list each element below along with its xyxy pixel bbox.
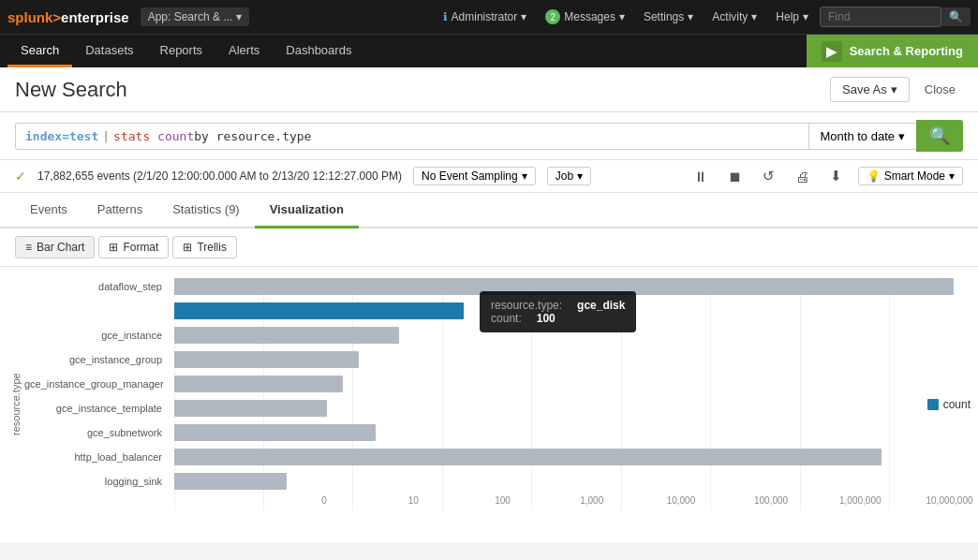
- x-tick: 0: [321, 495, 327, 506]
- app-switcher-button[interactable]: App: Search & ... ▾: [141, 7, 250, 26]
- main-content: resource.type: [0, 267, 978, 560]
- tab-datasets[interactable]: Datasets: [72, 35, 146, 67]
- bar-fill-highlighted: [174, 302, 464, 319]
- x-tick: 10: [408, 495, 419, 506]
- search-go-button[interactable]: 🔍: [916, 120, 963, 152]
- bar-fill: [174, 400, 327, 417]
- bar-row: gce_instance_group_manager: [174, 374, 978, 394]
- bar-row: gce_subnetwork: [174, 422, 978, 443]
- refresh-button[interactable]: ↺: [758, 166, 779, 186]
- activity-button[interactable]: Activity ▾: [704, 7, 764, 26]
- page-header: New Search Save As ▾ Close: [0, 67, 978, 112]
- tab-visualization[interactable]: Visualization: [255, 193, 359, 228]
- bar-track: [174, 449, 978, 465]
- tooltip-key1: resource.type:: [491, 299, 562, 312]
- find-search-icon[interactable]: 🔍: [941, 7, 971, 26]
- search-go-icon: 🔍: [929, 125, 950, 146]
- legend-color: [927, 399, 939, 410]
- search-input-wrap[interactable]: index=test | stats count by resource.typ…: [15, 123, 808, 150]
- status-events-text: 17,882,655 events (2/1/20 12:00:00.000 A…: [37, 169, 402, 183]
- info-button[interactable]: ℹ Administrator ▾: [436, 7, 535, 26]
- search-reporting-icon: ▶: [822, 41, 842, 62]
- help-label: Help: [776, 10, 799, 23]
- x-tick: 10,000: [667, 495, 696, 506]
- tab-events[interactable]: Events: [15, 193, 82, 228]
- x-tick: 1,000: [580, 495, 603, 506]
- smart-mode-button[interactable]: 💡 Smart Mode ▾: [858, 167, 963, 185]
- bar-track: [174, 424, 978, 441]
- chart-inner: dataflow_step gce_disk reso: [24, 276, 978, 533]
- bar-chart-button[interactable]: ≡ Bar Chart: [15, 236, 95, 258]
- messages-badge: 2: [545, 9, 560, 24]
- app-label: App: Search & ...: [148, 10, 233, 23]
- bar-label: gce_instance: [24, 325, 170, 346]
- second-navbar: Search Datasets Reports Alerts Dashboard…: [0, 34, 978, 67]
- bar-fill: [174, 449, 882, 465]
- chevron-down-icon: ▾: [577, 169, 583, 183]
- search-bar-row: index=test | stats count by resource.typ…: [0, 112, 978, 160]
- x-axis: 0 10 100 1,000 10,000 100,000 1,000,000 …: [324, 495, 978, 510]
- bar-fill: [174, 327, 399, 344]
- bar-row: gce_disk resource.type: gce_disk count:: [174, 301, 978, 321]
- bar-track: [174, 376, 978, 392]
- messages-button[interactable]: 2 Messages ▾: [538, 7, 632, 27]
- save-as-button[interactable]: Save As ▾: [830, 77, 910, 102]
- chevron-down-icon: ▾: [522, 169, 527, 183]
- visualization-tab-bar: Events Patterns Statistics (9) Visualiza…: [0, 193, 978, 228]
- search-fn: count: [157, 129, 194, 143]
- y-axis-label: resource.type: [7, 276, 24, 533]
- search-reporting-label: Search & Reporting: [850, 44, 963, 58]
- help-button[interactable]: Help ▾: [768, 7, 816, 26]
- brand-enterprise: enterprise: [61, 9, 129, 25]
- search-rest: by resource.type: [194, 129, 311, 143]
- tab-alerts[interactable]: Alerts: [215, 35, 273, 67]
- status-bar: ✓ 17,882,655 events (2/1/20 12:00:00.000…: [0, 160, 978, 193]
- legend-label: count: [943, 398, 971, 411]
- tab-patterns[interactable]: Patterns: [82, 193, 157, 228]
- sampling-button[interactable]: No Event Sampling ▾: [413, 167, 536, 185]
- page-title: New Search: [15, 78, 830, 102]
- bar-fill: [174, 424, 376, 441]
- tab-reports[interactable]: Reports: [147, 35, 216, 67]
- search-reporting-button[interactable]: ▶ Search & Reporting: [807, 35, 978, 67]
- time-picker-button[interactable]: Month to date ▾: [808, 123, 917, 150]
- activity-label: Activity: [712, 10, 748, 23]
- tab-search[interactable]: Search: [7, 35, 72, 67]
- chevron-down-icon: ▾: [521, 10, 526, 23]
- chevron-down-icon: ▾: [898, 129, 905, 143]
- header-actions: Save As ▾ Close: [830, 77, 963, 102]
- settings-button[interactable]: Settings ▾: [636, 7, 701, 26]
- trellis-button[interactable]: ⊞ Trellis: [172, 236, 237, 258]
- job-button[interactable]: Job ▾: [547, 167, 591, 185]
- x-tick: 1,000,000: [839, 495, 882, 506]
- info-icon: ℹ: [443, 10, 448, 23]
- format-button[interactable]: ⊞ Format: [98, 236, 169, 258]
- pause-button[interactable]: ⏸: [689, 167, 712, 186]
- close-button[interactable]: Close: [917, 78, 963, 101]
- x-tick: 100,000: [754, 495, 788, 506]
- chevron-down-icon: ▾: [803, 10, 808, 23]
- legend-item: count: [927, 398, 971, 411]
- tab-dashboards[interactable]: Dashboards: [273, 35, 364, 67]
- chart-legend: count: [927, 398, 978, 411]
- download-button[interactable]: ⬇: [825, 166, 847, 186]
- brand-gt: >: [52, 9, 61, 25]
- chart-toolbar: ≡ Bar Chart ⊞ Format ⊞ Trellis: [0, 228, 978, 267]
- tooltip-val1: gce_disk: [577, 299, 625, 312]
- bar-label: gce_instance_template: [24, 398, 170, 419]
- time-range-label: Month to date: [821, 129, 896, 143]
- print-button[interactable]: 🖨: [791, 167, 814, 186]
- find-input[interactable]: [820, 7, 941, 27]
- tab-statistics[interactable]: Statistics (9): [157, 193, 255, 228]
- chevron-down-icon: ▾: [751, 10, 757, 23]
- bar-label: gce_subnetwork: [24, 422, 170, 443]
- brand-logo: splunk>enterprise: [7, 9, 129, 25]
- tooltip: resource.type: gce_disk count: 100: [480, 291, 636, 332]
- tooltip-row: resource.type: gce_disk: [491, 299, 625, 312]
- search-keyword: index=test: [25, 129, 98, 143]
- tooltip-val2: 100: [537, 312, 556, 325]
- bar-row: gce_instance_template: [174, 398, 978, 419]
- bar-track: [174, 351, 978, 368]
- stop-button[interactable]: ⏹: [723, 167, 747, 186]
- x-tick: 10,000,000: [926, 495, 972, 506]
